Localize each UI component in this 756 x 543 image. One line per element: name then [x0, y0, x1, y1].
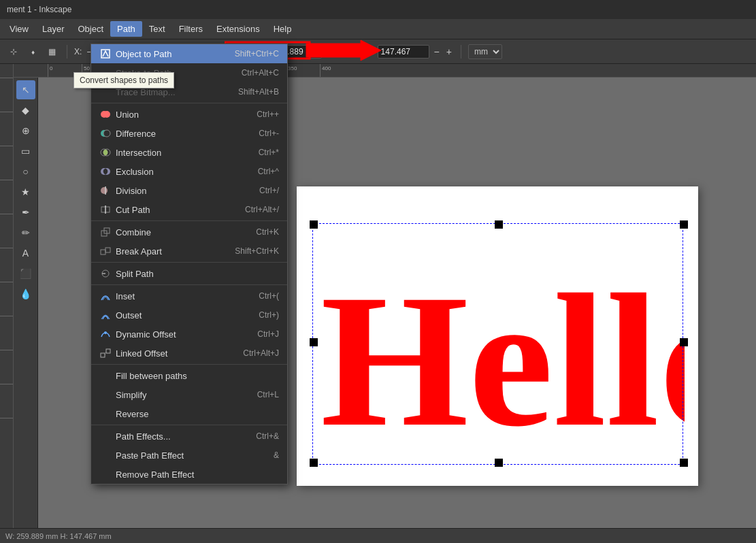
handle-bl[interactable]: [310, 459, 318, 467]
object-to-path-shortcut: Shift+Ctrl+C: [235, 49, 279, 59]
h-input[interactable]: [378, 45, 429, 59]
cut-path-icon: [99, 203, 112, 216]
menu-path-effects[interactable]: Path Effects... Ctrl+&: [91, 427, 287, 446]
document-canvas[interactable]: Hello: [297, 186, 698, 486]
menu-outset[interactable]: Outset Ctrl+): [91, 306, 287, 325]
trace-bitmap-label: Trace Bitmap...: [116, 87, 176, 97]
menu-stroke-to-path[interactable]: Stroke to Path Ctrl+Alt+C: [91, 63, 287, 82]
menu-extensions[interactable]: Extensions: [210, 21, 267, 37]
x-label: X:: [74, 47, 82, 56]
stroke-to-path-icon: [99, 67, 112, 79]
layer-icon[interactable]: ▦: [44, 44, 60, 60]
menu-layer[interactable]: Layer: [35, 21, 71, 37]
menu-trace-bitmap[interactable]: Trace Bitmap... Shift+Alt+B: [91, 82, 287, 101]
menu-break-apart[interactable]: Break Apart Shift+Ctrl+K: [91, 242, 287, 261]
svg-point-11: [101, 187, 108, 194]
handle-br[interactable]: [680, 459, 688, 467]
path-effects-icon: [99, 430, 112, 442]
node-tool-icon[interactable]: ⬧: [24, 44, 41, 60]
paste-path-effect-label: Paste Path Effect: [116, 450, 184, 461]
h-plus-btn[interactable]: +: [444, 45, 454, 59]
menu-filters[interactable]: Filters: [172, 21, 210, 37]
svg-point-4: [103, 111, 110, 118]
remove-path-effect-label: Remove Path Effect: [116, 470, 194, 480]
handle-tr[interactable]: [680, 220, 688, 229]
menu-divider-3: [91, 262, 287, 263]
menu-cut-path[interactable]: Cut Path Ctrl+Alt+/: [91, 200, 287, 219]
menu-simplify[interactable]: Simplify Ctrl+L: [91, 385, 287, 404]
arrow-tool[interactable]: ↖: [16, 80, 35, 99]
menu-object[interactable]: Object: [71, 21, 110, 37]
fill-between-paths-label: Fill between paths: [116, 371, 187, 381]
rect-tool[interactable]: ▭: [16, 142, 35, 161]
eyedropper-tool[interactable]: 💧: [16, 284, 35, 303]
v-ruler-tick: [0, 112, 13, 112]
reverse-label: Reverse: [116, 409, 148, 419]
cut-path-label: Cut Path: [116, 205, 150, 215]
combine-shortcut: Ctrl+K: [256, 227, 279, 237]
h-minus-btn[interactable]: −: [432, 45, 442, 59]
object-to-path-icon: [99, 48, 112, 60]
menu-difference[interactable]: Difference Ctrl+-: [91, 124, 287, 143]
text-tool[interactable]: A: [16, 244, 35, 263]
lock-icon[interactable]: 🔒: [351, 46, 363, 57]
menu-help[interactable]: Help: [267, 21, 299, 37]
intersection-icon: [99, 146, 112, 159]
menu-divider-4: [91, 284, 287, 285]
w-minus-btn[interactable]: −: [325, 45, 334, 59]
menu-view[interactable]: View: [3, 21, 35, 37]
v-ruler-tick: [0, 316, 13, 316]
handle-mr[interactable]: [680, 338, 688, 346]
ruler-tick: 0: [48, 64, 52, 77]
split-path-label: Split Path: [116, 269, 154, 279]
ellipse-tool[interactable]: ○: [16, 162, 35, 181]
reverse-icon: [99, 408, 112, 420]
star-tool[interactable]: ★: [16, 182, 35, 201]
handle-bm[interactable]: [495, 459, 503, 467]
stroke-to-path-label: Stroke to Path: [116, 68, 171, 78]
select-tool-icon[interactable]: ⊹: [5, 44, 22, 60]
menu-union[interactable]: Union Ctrl++: [91, 105, 287, 124]
statusbar: W: 259.889 mm H: 147.467 mm: [0, 528, 756, 543]
menu-division[interactable]: Division Ctrl+/: [91, 181, 287, 200]
linked-offset-shortcut: Ctrl+Alt+J: [243, 348, 279, 358]
svg-point-21: [104, 331, 107, 334]
menu-combine[interactable]: Combine Ctrl+K: [91, 223, 287, 242]
inset-icon: [99, 290, 112, 302]
dynamic-offset-shortcut: Ctrl+J: [257, 329, 279, 339]
menu-path[interactable]: Path: [110, 21, 142, 37]
handle-tl[interactable]: [310, 220, 318, 229]
division-shortcut: Ctrl+/: [259, 186, 279, 195]
node-edit-tool[interactable]: ◆: [16, 101, 35, 120]
difference-label: Difference: [116, 129, 156, 139]
unit-select[interactable]: mm px cm in: [468, 44, 502, 59]
w-plus-btn[interactable]: +: [337, 45, 346, 59]
menu-divider-5: [91, 364, 287, 365]
simplify-shortcut: Ctrl+L: [257, 390, 279, 399]
pencil-tool[interactable]: ✏: [16, 223, 35, 242]
pen-tool[interactable]: ✒: [16, 203, 35, 222]
menu-intersection[interactable]: Intersection Ctrl+*: [91, 143, 287, 162]
fill-tool[interactable]: ⬛: [16, 264, 35, 283]
hello-text-container: Hello: [307, 207, 688, 469]
menu-object-to-path[interactable]: Object to Path Shift+Ctrl+C: [91, 44, 287, 63]
menu-reverse[interactable]: Reverse: [91, 404, 287, 423]
menu-fill-between-paths[interactable]: Fill between paths: [91, 366, 287, 385]
menu-linked-offset[interactable]: Linked Offset Ctrl+Alt+J: [91, 344, 287, 363]
menu-text[interactable]: Text: [142, 21, 172, 37]
handle-ml[interactable]: [310, 338, 318, 346]
hello-text-svg: Hello: [321, 254, 685, 465]
menu-paste-path-effect[interactable]: Paste Path Effect &: [91, 446, 287, 465]
zoom-tool[interactable]: ⊕: [16, 121, 35, 140]
handle-tm[interactable]: [495, 220, 503, 229]
menu-split-path[interactable]: Split Path: [91, 264, 287, 283]
menu-exclusion[interactable]: Exclusion Ctrl+^: [91, 162, 287, 181]
menu-inset[interactable]: Inset Ctrl+(: [91, 286, 287, 306]
menu-remove-path-effect[interactable]: Remove Path Effect: [91, 465, 287, 484]
svg-rect-18: [105, 248, 110, 252]
menu-dynamic-offset[interactable]: Dynamic Offset Ctrl+J: [91, 325, 287, 344]
combine-icon: [99, 226, 112, 238]
stroke-to-path-shortcut: Ctrl+Alt+C: [242, 68, 279, 78]
v-ruler-tick: [0, 418, 13, 418]
menu-divider-6: [91, 425, 287, 425]
